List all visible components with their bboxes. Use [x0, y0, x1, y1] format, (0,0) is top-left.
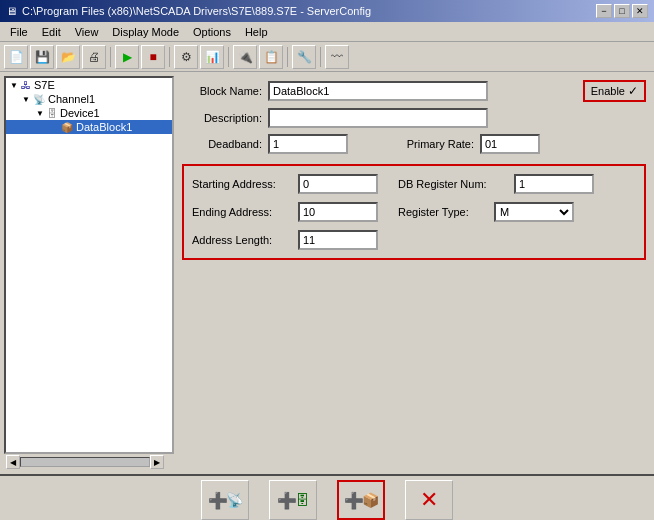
deadband-input[interactable] [268, 134, 348, 154]
add-datablock-icon: ➕ 📦 [344, 491, 379, 510]
enable-label: Enable [591, 85, 625, 97]
add-channel-icon: ➕ 📡 [208, 491, 243, 510]
toolbar-wave-button[interactable]: 〰 [325, 45, 349, 69]
db-register-num-input[interactable] [514, 174, 594, 194]
address-section: Starting Address: Ending Address: Addres… [182, 164, 646, 260]
toolbar-open-button[interactable]: 📂 [56, 45, 80, 69]
title-bar-left: 🖥 C:\Program Files (x86)\NetSCADA Driver… [6, 5, 371, 17]
content-spacer [182, 266, 646, 466]
address-length-label: Address Length: [192, 234, 292, 246]
s7e-icon: 🖧 [21, 80, 31, 91]
toolbar-new-button[interactable]: 📄 [4, 45, 28, 69]
menu-file[interactable]: File [4, 24, 34, 40]
content-panel: Block Name: Enable ✓ Description: Deadba… [174, 72, 654, 474]
toolbar: 📄 💾 📂 🖨 ▶ ■ ⚙ 📊 🔌 📋 🔧 〰 [0, 42, 654, 72]
menu-help[interactable]: Help [239, 24, 274, 40]
bottom-toolbar: ➕ 📡 ➕ 🗄 ➕ 📦 ✕ [0, 474, 654, 520]
tree-node-channel1[interactable]: ▼ 📡 Channel1 [6, 92, 172, 106]
address-left: Starting Address: Ending Address: Addres… [192, 174, 378, 250]
tree-node-device1[interactable]: ▼ 🗄 Device1 [6, 106, 172, 120]
channel1-label: Channel1 [48, 93, 95, 105]
toolbar-save-button[interactable]: 💾 [30, 45, 54, 69]
title-bar: 🖥 C:\Program Files (x86)\NetSCADA Driver… [0, 0, 654, 22]
starting-address-row: Starting Address: [192, 174, 378, 194]
expand-icon-s7e[interactable]: ▼ [8, 79, 20, 91]
deadband-row: Deadband: Primary Rate: [182, 134, 646, 154]
menu-display-mode[interactable]: Display Mode [106, 24, 185, 40]
enable-button[interactable]: Enable ✓ [583, 80, 646, 102]
add-device-button[interactable]: ➕ 🗄 [269, 480, 317, 520]
address-length-input[interactable] [298, 230, 378, 250]
block-name-label: Block Name: [182, 85, 262, 97]
expand-icon-device1[interactable]: ▼ [34, 107, 46, 119]
register-type-label: Register Type: [398, 206, 488, 218]
toolbar-print-button[interactable]: 🖨 [82, 45, 106, 69]
toolbar-wrench-button[interactable]: 🔧 [292, 45, 316, 69]
starting-address-label: Starting Address: [192, 178, 292, 190]
register-type-row: Register Type: M I Q DB [398, 202, 594, 222]
tree-panel: ▼ 🖧 S7E ▼ 📡 Channel1 ▼ 🗄 Device1 📦 DataB… [4, 76, 174, 454]
toolbar-sep-4 [287, 47, 288, 67]
tree-node-s7e[interactable]: ▼ 🖧 S7E [6, 78, 172, 92]
maximize-button[interactable]: □ [614, 4, 630, 18]
datablock-icon: 📦 [61, 122, 73, 133]
toolbar-sep-5 [320, 47, 321, 67]
deadband-label: Deadband: [182, 138, 262, 150]
db-register-num-label: DB Register Num: [398, 178, 508, 190]
tree-node-datablock1[interactable]: 📦 DataBlock1 [6, 120, 172, 134]
expand-icon-datablock1 [48, 121, 60, 133]
enable-checkmark: ✓ [628, 84, 638, 98]
menu-edit[interactable]: Edit [36, 24, 67, 40]
primary-rate-input[interactable] [480, 134, 540, 154]
ending-address-label: Ending Address: [192, 206, 292, 218]
toolbar-run-button[interactable]: ▶ [115, 45, 139, 69]
minimize-button[interactable]: − [596, 4, 612, 18]
db-register-num-row: DB Register Num: [398, 174, 594, 194]
menu-options[interactable]: Options [187, 24, 237, 40]
ending-address-input[interactable] [298, 202, 378, 222]
primary-rate-label: Primary Rate: [384, 138, 474, 150]
tree-scrollbar[interactable]: ◀ ▶ [4, 454, 166, 470]
main-area: ▼ 🖧 S7E ▼ 📡 Channel1 ▼ 🗄 Device1 📦 DataB… [0, 72, 654, 474]
add-datablock-button[interactable]: ➕ 📦 [337, 480, 385, 520]
address-length-row: Address Length: [192, 230, 378, 250]
add-device-icon: ➕ 🗄 [277, 491, 309, 510]
block-name-row: Block Name: Enable ✓ [182, 80, 646, 102]
description-row: Description: [182, 108, 646, 128]
description-input[interactable] [268, 108, 488, 128]
toolbar-config-button[interactable]: ⚙ [174, 45, 198, 69]
datablock1-label: DataBlock1 [76, 121, 132, 133]
address-right: DB Register Num: Register Type: M I Q DB [398, 174, 594, 250]
expand-icon-channel1[interactable]: ▼ [20, 93, 32, 105]
title-text: C:\Program Files (x86)\NetSCADA Drivers\… [22, 5, 371, 17]
delete-button[interactable]: ✕ [405, 480, 453, 520]
title-bar-controls[interactable]: − □ ✕ [596, 4, 648, 18]
scroll-left-button[interactable]: ◀ [6, 455, 20, 469]
toolbar-sep-2 [169, 47, 170, 67]
add-channel-button[interactable]: ➕ 📡 [201, 480, 249, 520]
block-name-input[interactable] [268, 81, 488, 101]
description-label: Description: [182, 112, 262, 124]
device1-label: Device1 [60, 107, 100, 119]
app-icon: 🖥 [6, 5, 17, 17]
register-type-select[interactable]: M I Q DB [494, 202, 574, 222]
scroll-right-button[interactable]: ▶ [150, 455, 164, 469]
toolbar-sep-1 [110, 47, 111, 67]
scroll-track[interactable] [20, 457, 150, 467]
toolbar-sep-3 [228, 47, 229, 67]
device-icon: 🗄 [47, 108, 57, 119]
menu-view[interactable]: View [69, 24, 105, 40]
close-button[interactable]: ✕ [632, 4, 648, 18]
delete-icon: ✕ [420, 487, 438, 513]
toolbar-list-button[interactable]: 📋 [259, 45, 283, 69]
s7e-label: S7E [34, 79, 55, 91]
menu-bar: File Edit View Display Mode Options Help [0, 22, 654, 42]
ending-address-row: Ending Address: [192, 202, 378, 222]
channel-icon: 📡 [33, 94, 45, 105]
toolbar-stop-button[interactable]: ■ [141, 45, 165, 69]
toolbar-connect-button[interactable]: 🔌 [233, 45, 257, 69]
toolbar-chart-button[interactable]: 📊 [200, 45, 224, 69]
starting-address-input[interactable] [298, 174, 378, 194]
